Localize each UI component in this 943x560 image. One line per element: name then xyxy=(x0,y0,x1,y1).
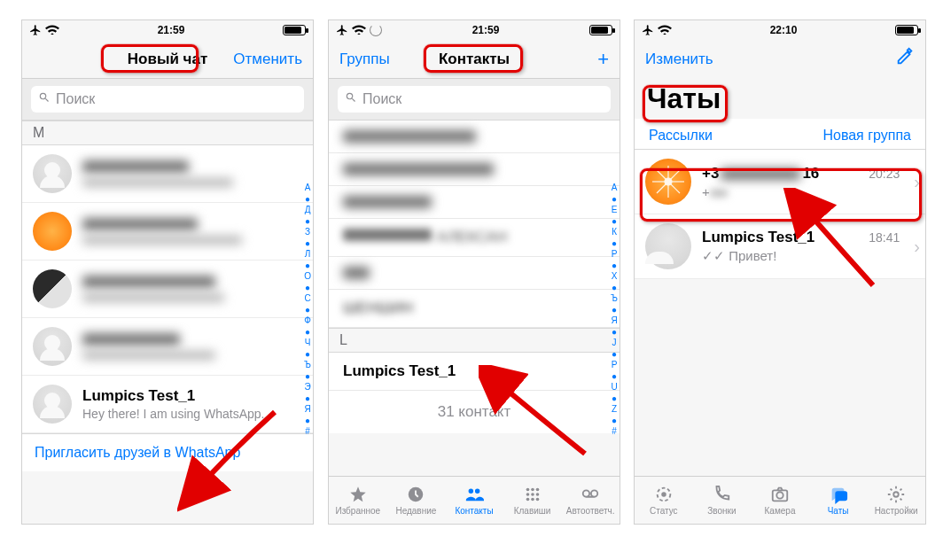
airplane-mode-icon xyxy=(29,24,42,36)
alpha-index-rail[interactable]: А●Д●З●Л●О●С●Ф●Ч●Ъ●Э●Я●# xyxy=(304,183,311,437)
contact-row-blurred[interactable] xyxy=(22,145,313,203)
tab-calls[interactable]: Звонки xyxy=(693,477,752,524)
svg-point-24 xyxy=(893,492,899,497)
chat-row[interactable]: +316 20:23 + › xyxy=(635,150,925,214)
link-row: Рассылки Новая группа xyxy=(635,119,925,150)
contact-lumpics[interactable]: Lumpics Test_1 xyxy=(329,353,620,391)
avatar-placeholder-icon xyxy=(33,327,72,366)
section-header-m: М xyxy=(22,121,313,145)
svg-point-8 xyxy=(531,498,534,502)
new-group-link[interactable]: Новая группа xyxy=(822,128,911,144)
contact-row-blurred[interactable] xyxy=(22,318,313,376)
status-time: 22:10 xyxy=(770,24,798,36)
svg-point-6 xyxy=(535,493,539,496)
clock-icon xyxy=(405,485,426,504)
section-header-l: L xyxy=(329,328,620,353)
search-input[interactable]: Поиск xyxy=(338,86,611,113)
tab-chats[interactable]: Чаты xyxy=(809,477,868,524)
phone-new-chat: 21:59 Новый чат Отменить Поиск М xyxy=(21,19,314,525)
search-input[interactable]: Поиск xyxy=(31,86,304,113)
chat-time: 20:23 xyxy=(869,167,900,181)
cancel-button[interactable]: Отменить xyxy=(233,51,302,68)
star-icon xyxy=(347,485,369,504)
tab-recent[interactable]: Недавние xyxy=(387,477,446,524)
alpha-index-rail[interactable]: А●Е●К●Р●Х●Ъ●Я●J●P●U●Z●# xyxy=(611,183,618,437)
tab-label: Камера xyxy=(765,506,796,516)
svg-point-9 xyxy=(535,498,539,502)
svg-point-7 xyxy=(526,498,529,502)
avatar-photo-icon xyxy=(33,269,72,308)
airplane-mode-icon xyxy=(336,24,348,36)
wifi-icon xyxy=(658,23,672,37)
svg-point-21 xyxy=(661,492,666,497)
nav-bar: Новый чат Отменить xyxy=(22,40,313,79)
tab-voicemail[interactable]: Автоответч. xyxy=(561,477,620,524)
contact-row-blurred[interactable]: ШЕНШИН xyxy=(329,290,620,328)
tab-status[interactable]: Статус xyxy=(635,477,693,524)
avatar-placeholder-icon xyxy=(33,154,72,193)
tab-favorites[interactable]: Избранное xyxy=(329,477,387,524)
chats-icon xyxy=(828,485,849,504)
phone-contacts: 21:59 Группы Контакты + Поиск АЛЕКСАН xyxy=(328,19,620,525)
chevron-right-icon: › xyxy=(910,237,920,257)
invite-friends-link[interactable]: Пригласить друзей в WhatsApp xyxy=(22,433,313,471)
avatar-orange-icon xyxy=(33,212,72,251)
battery-icon xyxy=(895,25,918,35)
svg-point-3 xyxy=(535,488,539,492)
tab-label: Избранное xyxy=(335,506,380,516)
camera-icon xyxy=(769,485,791,504)
phone-icon xyxy=(711,485,732,504)
contact-name: Lumpics Test_1 xyxy=(82,387,195,404)
svg-line-17 xyxy=(668,182,680,193)
svg-point-2 xyxy=(531,488,534,492)
avatar-orange-icon xyxy=(645,159,691,205)
contact-count: 31 контакт xyxy=(329,391,620,433)
compose-button[interactable] xyxy=(895,47,915,72)
contact-row-blurred[interactable] xyxy=(329,153,620,186)
loading-spinner-icon xyxy=(370,24,382,36)
add-contact-button[interactable]: + xyxy=(597,48,609,71)
search-wrap: Поиск xyxy=(329,79,620,121)
contacts-icon xyxy=(464,485,485,504)
chat-name: Lumpics Test_1 xyxy=(702,229,814,246)
svg-point-5 xyxy=(531,493,534,496)
battery-icon xyxy=(589,25,612,35)
chat-row[interactable]: Lumpics Test_1 18:41 ✓✓ Привет! › xyxy=(635,214,925,279)
contact-row-lumpics[interactable]: Lumpics Test_1 Hey there! I am using Wha… xyxy=(22,376,313,433)
nav-bar: Изменить xyxy=(635,40,925,79)
tab-keypad[interactable]: Клавиши xyxy=(503,477,562,524)
svg-line-18 xyxy=(657,182,668,193)
page-title: Чаты xyxy=(635,79,925,119)
contact-row-blurred[interactable] xyxy=(22,203,313,261)
status-bar: 21:59 xyxy=(329,20,620,40)
tab-settings[interactable]: Настройки xyxy=(867,477,925,524)
tab-contacts[interactable]: Контакты xyxy=(445,477,503,524)
chat-preview: + xyxy=(702,184,900,199)
broadcasts-link[interactable]: Рассылки xyxy=(649,128,713,144)
contact-row-blurred[interactable] xyxy=(329,121,620,153)
avatar-placeholder-icon xyxy=(645,223,691,269)
status-time: 21:59 xyxy=(158,24,185,36)
chevron-right-icon: › xyxy=(910,172,920,192)
tab-label: Клавиши xyxy=(514,506,551,516)
status-bar: 21:59 xyxy=(22,20,313,40)
groups-button[interactable]: Группы xyxy=(339,51,390,68)
status-icon xyxy=(653,485,674,504)
tab-bar: Статус Звонки Камера Чаты Настройки xyxy=(635,476,925,524)
wifi-icon xyxy=(45,23,59,37)
contact-row-blurred[interactable] xyxy=(329,257,620,290)
keypad-icon xyxy=(522,485,543,504)
tab-bar: Избранное Недавние Контакты Клавиши Авто… xyxy=(329,476,620,524)
contact-row-blurred[interactable] xyxy=(329,186,620,219)
tab-camera[interactable]: Камера xyxy=(751,477,809,524)
edit-button[interactable]: Изменить xyxy=(645,51,713,68)
contact-row-blurred[interactable] xyxy=(22,261,313,318)
search-placeholder: Поиск xyxy=(362,91,401,107)
tab-label: Недавние xyxy=(395,506,436,516)
avatar-placeholder-icon xyxy=(33,385,72,424)
svg-point-1 xyxy=(526,488,529,492)
chat-name: +316 xyxy=(702,165,819,183)
contact-row-blurred[interactable]: АЛЕКСАН xyxy=(329,219,620,257)
airplane-mode-icon xyxy=(642,24,654,36)
battery-icon xyxy=(283,25,306,35)
